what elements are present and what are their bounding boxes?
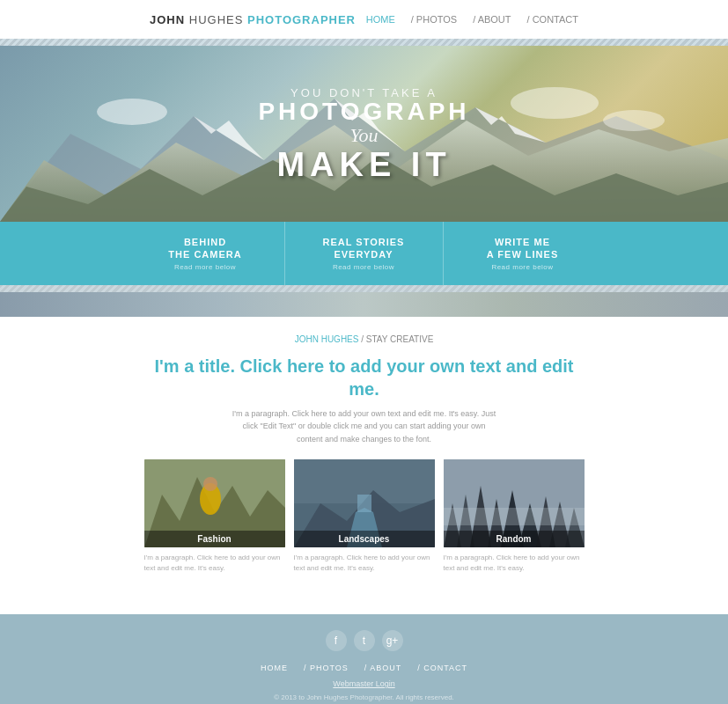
info-item-camera[interactable]: BEHIND THE CAMERA Read more below (127, 222, 285, 285)
section-title[interactable]: I'm a title. Click here to add your own … (150, 355, 578, 400)
info-sub-stories: Read more below (333, 263, 394, 271)
info-item-stories[interactable]: REAL STORIES EVERYDAY Read more below (285, 222, 444, 285)
photo-label-landscapes: Landscapes (294, 531, 435, 547)
hero-line2: PHOTOGRAPH (258, 99, 469, 124)
svg-point-8 (603, 110, 665, 131)
photo-card-random: Random I'm a paragraph. Click here to ad… (444, 459, 585, 574)
photo-thumb-landscapes[interactable]: Landscapes (294, 459, 435, 547)
footer-nav-home[interactable]: HOME (261, 664, 288, 672)
photo-thumb-fashion[interactable]: Fashion (144, 459, 285, 547)
footer-social: f t g+ (0, 630, 728, 651)
photo-label-fashion: Fashion (144, 531, 285, 547)
svg-point-6 (97, 99, 167, 125)
footer-nav: HOME / PHOTOS / ABOUT / CONTACT (0, 664, 728, 672)
main-nav: HOME / PHOTOS / ABOUT / CONTACT (366, 14, 578, 25)
photo-grid: Fashion I'm a paragraph. Click here to a… (150, 459, 578, 574)
info-sub-camera: Read more below (174, 263, 236, 271)
photo-card-fashion: Fashion I'm a paragraph. Click here to a… (144, 459, 285, 574)
page-wrapper: JOHN HUGHES PHOTOGRAPHER HOME / PHOTOS /… (0, 0, 728, 704)
header: JOHN HUGHES PHOTOGRAPHER HOME / PHOTOS /… (0, 0, 728, 39)
section-stripe (0, 285, 728, 292)
info-title-camera: BEHIND THE CAMERA (168, 236, 241, 261)
breadcrumb-text: STAY CREATIVE (366, 334, 434, 344)
info-sub-write: Read more below (491, 263, 553, 271)
nav-about[interactable]: / ABOUT (473, 14, 511, 25)
facebook-icon[interactable]: f (326, 630, 347, 651)
breadcrumb: JOHN HUGHES / STAY CREATIVE (150, 334, 578, 344)
photo-card-landscapes: Landscapes I'm a paragraph. Click here t… (294, 459, 435, 574)
breadcrumb-link[interactable]: JOHN HUGHES (295, 334, 359, 344)
hero-line4: MAKE IT (258, 148, 469, 181)
info-item-write[interactable]: WRITE ME A FEW LINES Read more below (444, 222, 602, 285)
info-title-stories: REAL STORIES EVERYDAY (323, 236, 405, 261)
webmaster-login[interactable]: Webmaster Login (0, 679, 728, 688)
main-section: JOHN HUGHES / STAY CREATIVE I'm a title.… (0, 317, 728, 614)
nav-contact[interactable]: / CONTACT (527, 14, 578, 25)
header-stripe (0, 39, 728, 46)
twitter-icon[interactable]: t (354, 630, 375, 651)
hero-section: YOU DON'T TAKE A PHOTOGRAPH You MAKE IT (0, 46, 728, 222)
logo: JOHN HUGHES PHOTOGRAPHER (150, 13, 356, 26)
footer-nav-photos[interactable]: / PHOTOS (304, 664, 349, 672)
svg-rect-17 (357, 495, 371, 512)
section-paragraph[interactable]: I'm a paragraph. Click here to add your … (232, 407, 496, 445)
photo-thumb-random[interactable]: Random (444, 459, 585, 547)
footer-nav-contact[interactable]: / CONTACT (417, 664, 467, 672)
footer-nav-about[interactable]: / ABOUT (364, 664, 402, 672)
svg-point-12 (203, 477, 217, 491)
photo-caption-landscapes: I'm a paragraph. Click here to add your … (294, 553, 435, 574)
info-title-write: WRITE ME A FEW LINES (487, 236, 558, 261)
hero-content: YOU DON'T TAKE A PHOTOGRAPH You MAKE IT (258, 86, 469, 180)
svg-rect-29 (444, 508, 585, 525)
info-bar: BEHIND THE CAMERA Read more below REAL S… (0, 222, 728, 285)
hero-line1: YOU DON'T TAKE A (258, 86, 469, 99)
logo-first: JOHN (150, 13, 185, 26)
logo-title: PHOTOGRAPHER (247, 13, 356, 26)
hero-line3: You (258, 124, 469, 147)
hero-band-2 (0, 292, 728, 317)
photo-caption-random: I'm a paragraph. Click here to add your … (444, 553, 585, 574)
nav-home[interactable]: HOME (366, 14, 395, 25)
footer-copyright: © 2013 to John Hughes Photographer. All … (0, 693, 728, 701)
photo-caption-fashion: I'm a paragraph. Click here to add your … (144, 553, 285, 574)
nav-photos[interactable]: / PHOTOS (411, 14, 457, 25)
footer: f t g+ HOME / PHOTOS / ABOUT / CONTACT W… (0, 614, 728, 704)
photo-label-random: Random (444, 531, 585, 547)
svg-point-7 (511, 87, 599, 119)
logo-last: HUGHES (189, 13, 244, 26)
googleplus-icon[interactable]: g+ (382, 630, 403, 651)
